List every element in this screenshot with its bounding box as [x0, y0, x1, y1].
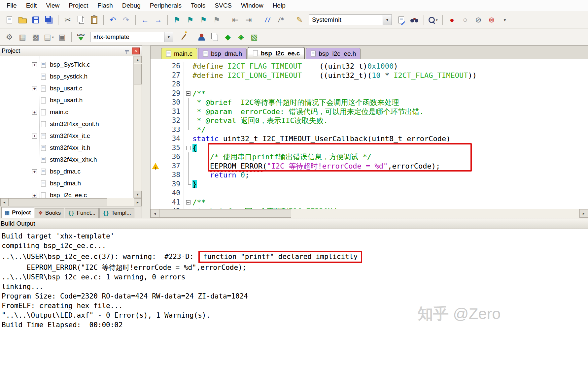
navigate-back-button[interactable]: ←: [139, 14, 151, 26]
expand-icon[interactable]: +: [32, 86, 37, 91]
tree-item-bsp_i2c_ee.c[interactable]: +bsp_i2c_ee.c: [0, 189, 133, 198]
indent-button[interactable]: ⇥: [242, 14, 255, 26]
tab-main.c[interactable]: main.c: [161, 48, 197, 59]
undo-button[interactable]: ↶: [107, 14, 119, 26]
expand-icon[interactable]: +: [32, 193, 37, 198]
navigate-forward-button[interactable]: →: [152, 14, 164, 26]
manage-project-items-button[interactable]: [195, 31, 208, 43]
stop-build-button[interactable]: ▣: [56, 31, 68, 43]
expand-icon[interactable]: +: [32, 134, 37, 139]
panel-tab-books[interactable]: ❖Books: [35, 208, 64, 218]
previous-bookmark-button[interactable]: ⚑: [184, 14, 196, 26]
find-button[interactable]: [408, 14, 421, 26]
menu-tools[interactable]: Tools: [186, 1, 210, 10]
menu-file[interactable]: File: [2, 1, 21, 10]
expand-icon[interactable]: +: [32, 110, 37, 115]
function-navigator-combo[interactable]: SystemInit▼: [309, 15, 392, 25]
scroll-up-button[interactable]: ▲: [134, 56, 142, 63]
tree-item-bsp_systick.h[interactable]: bsp_systick.h: [0, 71, 133, 82]
code-editor[interactable]: 26#define I2CT_FLAG_TIMEOUT ((uint32_t)0…: [151, 59, 588, 209]
tree-item-bsp_usart.h[interactable]: bsp_usart.h: [0, 94, 133, 106]
save-button[interactable]: [29, 14, 42, 26]
scroll-right-button[interactable]: ►: [134, 198, 142, 206]
scroll-left-button[interactable]: ◄: [0, 198, 8, 206]
clear-bookmarks-button[interactable]: ⚑: [210, 14, 223, 26]
enable-breakpoint-button[interactable]: ○: [459, 14, 471, 26]
kill-all-breakpoints-button[interactable]: ⊗: [485, 14, 498, 26]
manage-run-time-environment-button[interactable]: ▧: [248, 31, 260, 43]
menu-edit[interactable]: Edit: [21, 1, 42, 10]
new-file-button[interactable]: [3, 14, 16, 26]
tree-vertical-scrollbar[interactable]: ▲ ▼: [133, 56, 142, 198]
chevron-down-icon[interactable]: ▾: [52, 35, 54, 39]
select-software-packs-button[interactable]: ◆: [222, 31, 234, 43]
cut-button[interactable]: ✂: [61, 14, 74, 26]
tree-horizontal-scrollbar[interactable]: ◄ ►: [0, 198, 142, 206]
breakpoint-options-button[interactable]: ▾: [499, 14, 511, 26]
toggle-bookmark-button[interactable]: ⚑: [171, 14, 183, 26]
menu-svcs[interactable]: SVCS: [210, 1, 236, 10]
tab-bsp_dma.h[interactable]: bsp_dma.h: [198, 48, 247, 59]
chevron-down-icon[interactable]: ▾: [436, 18, 437, 22]
tree-item-bsp_dma.c[interactable]: +bsp_dma.c: [0, 166, 133, 177]
insert-breakpoint-button[interactable]: ●: [446, 14, 458, 26]
build-output-header[interactable]: Build Output: [0, 218, 588, 229]
panel-splitter[interactable]: [142, 46, 150, 218]
incremental-search-button[interactable]: ▾: [427, 14, 439, 26]
fold-collapse-icon[interactable]: [186, 200, 190, 205]
scroll-right-button[interactable]: ►: [579, 209, 588, 218]
fold-collapse-icon[interactable]: [186, 91, 190, 96]
menu-debug[interactable]: Debug: [118, 1, 145, 10]
expand-icon[interactable]: +: [32, 62, 37, 67]
build-button[interactable]: ▦: [16, 31, 29, 43]
menu-flash[interactable]: Flash: [93, 1, 117, 10]
next-bookmark-button[interactable]: ⚑: [197, 14, 210, 26]
tree-item-stm32f4xx_it.c[interactable]: +stm32f4xx_it.c: [0, 130, 133, 142]
find-in-files-button[interactable]: [395, 14, 407, 26]
tab-bsp_i2c_ee.h[interactable]: bsp_i2c_ee.h: [306, 48, 361, 59]
close-panel-button[interactable]: ×: [132, 47, 140, 54]
tree-item-stm32f4xx_it.h[interactable]: stm32f4xx_it.h: [0, 142, 133, 154]
redo-button[interactable]: ↷: [120, 14, 132, 26]
open-file-button[interactable]: [16, 14, 29, 26]
scroll-left-button[interactable]: ◄: [151, 209, 159, 218]
expand-icon[interactable]: +: [32, 169, 37, 174]
chevron-down-icon[interactable]: ▼: [164, 32, 173, 42]
options-for-target-button[interactable]: [176, 31, 189, 43]
scroll-thumb[interactable]: [8, 198, 107, 206]
tab-bsp_i2c_ee.c[interactable]: bsp_i2c_ee.c: [248, 47, 305, 59]
pack-installer-button[interactable]: ◈: [235, 31, 247, 43]
file-extensions-button[interactable]: [208, 31, 221, 43]
batch-build-button[interactable]: ▤▾: [43, 31, 55, 43]
scroll-track[interactable]: [134, 84, 142, 191]
panel-tab-funct[interactable]: {}Funct...: [65, 208, 99, 218]
fold-collapse-icon[interactable]: [186, 146, 190, 150]
unindent-button[interactable]: ⇤: [229, 14, 242, 26]
target-select-combo[interactable]: xhx-template▼: [90, 32, 173, 42]
disable-all-breakpoints-button[interactable]: ⊘: [472, 14, 485, 26]
comment-selection-button[interactable]: //: [261, 14, 274, 26]
scroll-down-button[interactable]: ▼: [134, 191, 142, 198]
scroll-thumb[interactable]: [159, 209, 291, 218]
menu-help[interactable]: Help: [268, 1, 290, 10]
menu-project[interactable]: Project: [64, 1, 93, 10]
translate-file-button[interactable]: ⚙: [3, 31, 16, 43]
paste-button[interactable]: [88, 14, 100, 26]
edit-marker-button[interactable]: ✎: [293, 14, 306, 26]
editor-horizontal-scrollbar[interactable]: ◄ ►: [151, 209, 588, 218]
save-all-button[interactable]: [43, 14, 55, 26]
scroll-track[interactable]: [107, 198, 134, 206]
uncomment-selection-button[interactable]: /*: [274, 14, 287, 26]
tree-item-stm32f4xx_conf.h[interactable]: stm32f4xx_conf.h: [0, 118, 133, 130]
menu-peripherals[interactable]: Peripherals: [145, 1, 186, 10]
tree-item-main.c[interactable]: +main.c: [0, 106, 133, 118]
pin-icon[interactable]: [125, 50, 129, 51]
menu-view[interactable]: View: [41, 1, 64, 10]
tree-item-bsp_usart.c[interactable]: +bsp_usart.c: [0, 82, 133, 94]
scroll-thumb[interactable]: [134, 64, 142, 84]
tree-item-stm32f4xx_xhx.h[interactable]: stm32f4xx_xhx.h: [0, 154, 133, 166]
download-to-flash-button[interactable]: LOAD: [75, 31, 87, 43]
panel-tab-templ[interactable]: {}Templ...: [99, 208, 134, 218]
panel-tab-project[interactable]: ▦Project: [1, 207, 34, 218]
tree-item-bsp_dma.h[interactable]: bsp_dma.h: [0, 177, 133, 189]
